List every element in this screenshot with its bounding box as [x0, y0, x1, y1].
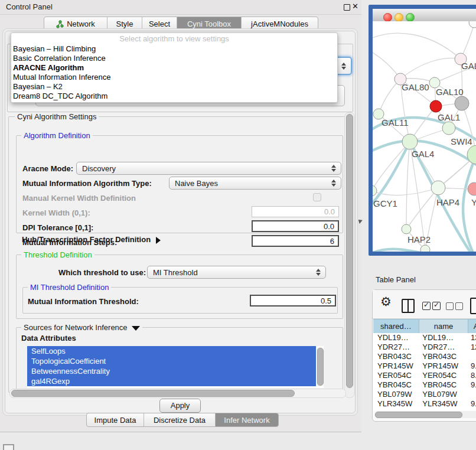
which-threshold-value: MI Threshold	[153, 268, 198, 277]
table-cell: YPR145W	[373, 361, 418, 371]
aracne-mode-combobox[interactable]: Discovery	[76, 162, 341, 175]
mi-threshold-title: MI Threshold Definition	[28, 283, 111, 292]
algorithm-option[interactable]: Dream8 DC_TDC Algorithm	[11, 92, 337, 101]
table-cell: 9.	[467, 361, 476, 371]
select-all-checkbox-icon[interactable]: ✓	[432, 302, 441, 310]
close-traffic-light-icon[interactable]	[383, 13, 392, 22]
table-horizontal-scrollbar[interactable]	[374, 411, 476, 418]
kernel-width-label: Kernel Width (0,1):	[22, 208, 90, 217]
kernel-width-field[interactable]: 0.0	[252, 206, 339, 217]
network-window-titlebar[interactable]	[373, 9, 476, 22]
table-cell	[467, 352, 476, 361]
mi-threshold-field[interactable]: 0.5	[250, 295, 336, 306]
network-node[interactable]	[431, 181, 445, 195]
table-row[interactable]: YDL19…YDL19…13	[373, 333, 476, 343]
apply-button[interactable]: Apply	[159, 399, 201, 413]
algorithm-option[interactable]: Basic Correlation Inference	[11, 54, 337, 63]
columns-icon[interactable]	[402, 299, 415, 313]
node-label: GCY1	[373, 198, 397, 208]
file-icon[interactable]	[470, 298, 476, 314]
list-scrollbar-thumb[interactable]	[317, 348, 324, 386]
dpi-tolerance-field[interactable]: 0.0	[252, 220, 339, 232]
table-cell: YPR145W	[418, 361, 467, 371]
select-all-checkbox-icon[interactable]: ✓	[422, 302, 431, 310]
attribute-item[interactable]: SelfLoops	[27, 346, 316, 356]
table-cell: 12	[467, 343, 476, 352]
gear-icon[interactable]: ⚙	[380, 295, 392, 309]
network-node[interactable]	[469, 21, 476, 28]
network-node[interactable]	[402, 224, 411, 234]
table-cell: YDL19…	[418, 333, 467, 343]
float-window-icon[interactable]	[344, 4, 350, 11]
data-attributes-list[interactable]: SelfLoopsTopologicalCoefficientBetweenne…	[27, 346, 324, 388]
deselect-all-checkbox-icon[interactable]	[446, 302, 454, 310]
bottom-left-widget[interactable]	[3, 444, 14, 450]
tab-label: Network	[67, 19, 95, 28]
algorithm-option[interactable]: Bayesian – K2	[11, 82, 337, 92]
table-cell: YDR27…	[373, 343, 418, 352]
mi-threshold-groupbox: MI Threshold Definition Mutual Informati…	[22, 287, 338, 314]
table-row[interactable]: YPR145WYPR145W9.	[373, 361, 476, 371]
sources-title: Sources for Network Inference	[21, 323, 142, 332]
which-threshold-combobox[interactable]: MI Threshold	[147, 266, 326, 279]
network-node[interactable]	[468, 182, 476, 195]
column-header[interactable]: A	[468, 319, 476, 334]
table-row[interactable]: YDR27…YDR27…12	[373, 343, 476, 352]
table-row[interactable]: YBR045CYBR045C9.	[373, 380, 476, 390]
algorithm-option[interactable]: ARACNE Algorithm	[11, 63, 337, 73]
network-graph: GALGAL80GAL10GAL1GAL11SWI4GAL4GCY1HAP4YH…	[373, 21, 476, 252]
settings-horizontal-scrollbar[interactable]	[9, 389, 346, 398]
network-node[interactable]	[442, 122, 455, 135]
table-cell: YER054C	[373, 371, 418, 380]
bottom-tab-impute-data[interactable]: Impute Data	[87, 413, 144, 426]
table-cell: YIL052C	[418, 409, 467, 410]
control-panel-titlebar: Control Panel ✕	[0, 0, 361, 15]
close-icon[interactable]: ✕	[352, 2, 358, 11]
network-node[interactable]	[455, 96, 469, 110]
attribute-item[interactable]: gal4RGexp	[27, 376, 316, 386]
table-row[interactable]: YBL079WYBL079W	[373, 390, 476, 399]
table-panel-title: Table Panel	[376, 275, 416, 284]
settings-vscroll-thumb[interactable]	[346, 114, 353, 388]
network-node[interactable]	[467, 145, 476, 164]
manual-kernel-checkbox[interactable]	[313, 193, 321, 201]
mi-type-value: Naive Bayes	[175, 179, 218, 188]
list-scrollbar[interactable]	[317, 347, 323, 386]
zoom-traffic-light-icon[interactable]	[406, 13, 415, 22]
algorithm-option[interactable]: Mutual Information Inference	[11, 73, 337, 82]
deselect-all-checkbox-icon[interactable]	[455, 302, 463, 310]
network-node[interactable]	[420, 245, 430, 252]
settings-vertical-scrollbar[interactable]	[344, 112, 355, 398]
network-canvas[interactable]: GALGAL80GAL10GAL1GAL11SWI4GAL4GCY1HAP4YH…	[373, 21, 476, 252]
threshold-definition-groupbox: Threshold Definition Which threshold to …	[16, 255, 343, 319]
network-node[interactable]	[402, 134, 418, 149]
table-cell: 13	[467, 333, 476, 343]
attribute-item[interactable]: TopologicalCoefficient	[27, 356, 316, 366]
attribute-item[interactable]: BetweennessCentrality	[27, 366, 316, 376]
collapse-down-icon	[132, 326, 140, 331]
algorithm-dropdown-popup: Select algorithm to view settings Bayesi…	[11, 32, 338, 103]
table-cell: YBR045C	[418, 380, 467, 390]
table-cell: YBR043C	[418, 352, 467, 361]
mi-type-combobox[interactable]: Naive Bayes	[169, 177, 341, 190]
column-header[interactable]: shared…	[373, 319, 419, 334]
table-row[interactable]: YLR345WYLR345W9.	[373, 399, 476, 409]
settings-hscroll-thumb[interactable]	[11, 390, 295, 397]
network-edge[interactable]	[406, 142, 410, 229]
cyni-bottom-tabbar: Impute DataDiscretize DataInfer Network	[86, 413, 279, 427]
network-node[interactable]	[373, 185, 377, 196]
mi-steps-field[interactable]: 6	[252, 235, 339, 247]
algorithm-option[interactable]: Bayesian – Hill Climbing	[11, 44, 337, 54]
network-node[interactable]	[430, 100, 442, 112]
hub-definition-expander[interactable]: Hub/Transcription Factor Definition	[22, 235, 161, 244]
table-row[interactable]: YER054CYER054C8.	[373, 371, 476, 380]
column-header[interactable]: name	[419, 319, 469, 334]
bottom-tab-infer-network[interactable]: Infer Network	[216, 413, 278, 426]
table-row[interactable]: YBR043CYBR043C	[373, 352, 476, 361]
minimize-traffic-light-icon[interactable]	[395, 13, 403, 22]
table-hscroll-thumb[interactable]	[375, 412, 462, 418]
network-edge[interactable]	[373, 33, 461, 59]
dpi-tolerance-label: DPI Tolerance [0,1]:	[22, 223, 93, 232]
bottom-tab-discretize-data[interactable]: Discretize Data	[144, 413, 216, 426]
table-row[interactable]: YIL052CYIL052C9.	[373, 409, 476, 410]
